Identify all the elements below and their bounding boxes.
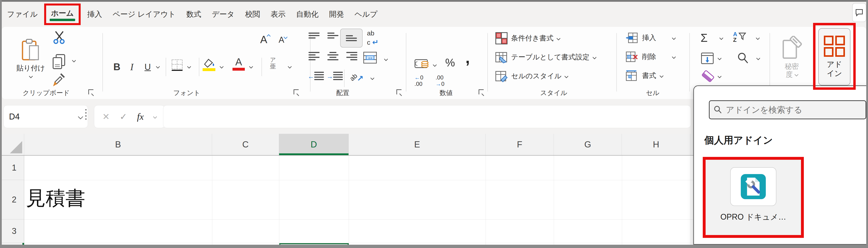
column-header-e[interactable]: E [349,134,486,155]
font-group-label: フォント [154,88,220,98]
fill-color-button[interactable] [203,58,215,71]
cell-styles-button[interactable]: セルのスタイル [495,70,568,82]
find-chevron[interactable] [757,57,760,60]
tab-review[interactable]: 校閲 [240,9,265,19]
font-color-button[interactable]: A [232,57,245,71]
insert-cells-button[interactable]: 挿入 [626,32,656,44]
fill-chevron[interactable] [718,57,721,60]
select-all-triangle-icon [10,141,22,154]
tab-page-layout[interactable]: ページ レイアウト [107,9,181,19]
borders-button[interactable] [171,59,183,71]
enter-button[interactable]: ✓ [120,112,127,122]
orientation-chevron[interactable] [371,77,374,79]
middle-align-button[interactable] [328,33,338,38]
tab-help[interactable]: ヘルプ [349,9,382,19]
align-center-button[interactable] [328,52,338,60]
cut-button[interactable] [52,31,66,44]
column-header-h[interactable]: H [622,134,690,155]
font-color-chevron[interactable] [250,65,252,68]
sort-filter-button[interactable]: A Z [733,31,746,43]
fill-button[interactable] [701,52,714,64]
tab-view[interactable]: 表示 [265,9,291,19]
find-select-button[interactable] [737,52,749,65]
align-left-button[interactable] [309,52,319,60]
align-right-button[interactable] [346,52,357,60]
number-dialog-launcher-icon[interactable] [478,89,484,94]
column-header-d[interactable]: D [279,134,349,155]
phonetic-guide-button[interactable]: ア 亜 [270,57,276,70]
increase-decimal-button[interactable]: ←0 .00 [414,74,423,87]
delete-cells-button[interactable]: 削除 [626,51,656,62]
column-header-b[interactable]: B [24,134,212,155]
conditional-formatting-button[interactable]: 条件付き書式 [495,32,560,45]
merge-center-chevron[interactable] [384,58,388,60]
accounting-format-button[interactable] [414,58,430,69]
decrease-indent-button[interactable]: ← [309,71,324,82]
comments-button[interactable] [852,3,866,22]
merge-center-button[interactable]: ↔ [363,52,377,64]
alignment-dialog-launcher-icon[interactable] [396,89,401,94]
bold-button[interactable]: B [110,58,124,76]
addin-search-input[interactable] [725,105,862,115]
autosum-chevron[interactable] [720,36,723,39]
addin-search-box[interactable] [709,100,866,119]
clear-chevron[interactable] [718,75,721,78]
insert-function-button[interactable]: fx [137,111,144,122]
orientation-button[interactable]: ab ↗ [349,70,367,84]
format-painter-button[interactable] [52,73,65,86]
comma-style-button[interactable]: , [465,50,470,65]
underline-chevron[interactable] [156,65,159,68]
chevron-down-icon [156,64,160,68]
row-header-1[interactable]: 1 [2,156,24,180]
autosum-button[interactable]: Σ [701,31,708,45]
tab-formulas[interactable]: 数式 [181,9,207,19]
tab-home[interactable]: ホーム [49,8,75,18]
top-align-button[interactable] [309,33,319,38]
italic-button[interactable]: I [126,58,138,76]
tab-file[interactable]: ファイル [2,9,43,19]
phonetic-chevron[interactable] [288,65,291,68]
decrease-font-size-button[interactable]: A [279,35,287,45]
increase-indent-icon: → [328,71,343,82]
fill-color-chevron[interactable] [220,65,223,68]
sheet-grid[interactable] [24,156,693,245]
delete-chevron[interactable] [673,55,675,58]
select-all-corner[interactable] [2,134,24,155]
row-header-2[interactable]: 2 [2,180,24,219]
sensitivity-button: 秘密 度 [775,31,808,84]
tab-data[interactable]: データ [207,9,240,19]
tab-developer[interactable]: 開発 [324,9,349,19]
formula-input[interactable] [163,105,691,128]
format-cells-button[interactable]: 書式 [626,70,663,81]
autosum-sigma-label: Σ [701,31,708,45]
sort-filter-chevron[interactable] [756,36,759,39]
decrease-decimal-button[interactable]: .00 →0 [436,74,444,87]
cell-b2-value[interactable]: 見積書 [26,185,85,212]
middle-align-icon [328,33,338,38]
column-header-g[interactable]: G [554,134,622,155]
copy-chevron[interactable] [72,59,75,62]
insert-chevron[interactable] [673,36,675,39]
tab-automate[interactable]: 自動化 [291,9,324,19]
tab-insert[interactable]: 挿入 [82,9,107,19]
increase-indent-button[interactable]: → [328,71,343,82]
wrap-text-button[interactable]: ab c ↵ [367,29,382,46]
formula-bar-drag-handle[interactable] [85,109,87,120]
name-box[interactable]: D4 [3,105,88,128]
accounting-chevron[interactable] [433,63,436,66]
font-dialog-launcher-icon[interactable] [293,89,299,94]
bottom-align-button-selected[interactable] [340,29,363,48]
format-as-table-button[interactable]: テーブルとして書式設定 [495,51,596,63]
copy-button[interactable] [52,54,66,70]
clear-button[interactable] [701,71,715,82]
paste-button[interactable]: 貼り付け [9,30,53,86]
clipboard-dialog-launcher-icon[interactable] [88,89,93,94]
borders-chevron[interactable] [188,65,190,68]
cancel-button[interactable]: ✕ [102,112,110,122]
row-header-3[interactable]: 3 [2,219,24,243]
percent-style-button[interactable]: % [445,56,455,69]
increase-font-size-button[interactable]: A [260,33,270,46]
column-header-f[interactable]: F [486,134,554,155]
underline-button[interactable]: U [141,58,155,76]
column-header-c[interactable]: C [212,134,279,155]
